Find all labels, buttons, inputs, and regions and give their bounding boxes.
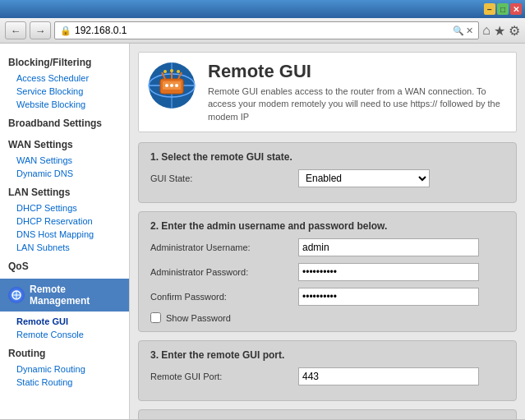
confirm-password-input[interactable] — [298, 288, 479, 306]
page-header: Remote GUI Remote GUI enables access to … — [138, 52, 517, 132]
sidebar-link-dhcp-reservation[interactable]: DHCP Reservation — [0, 215, 129, 228]
address-actions: 🔍 ✕ — [453, 25, 473, 36]
port-row: Remote GUI Port: — [150, 367, 504, 385]
sidebar-link-static-routing[interactable]: Static Routing — [0, 376, 129, 389]
security-icon: 🔒 — [60, 25, 71, 36]
gui-state-select[interactable]: Enabled Disabled — [298, 169, 430, 187]
sidebar-section-remote-mgmt-active[interactable]: RemoteManagement — [0, 279, 129, 312]
confirm-password-row: Confirm Password: — [150, 288, 504, 306]
gui-state-row: GUI State: Enabled Disabled — [150, 169, 504, 187]
sidebar-section-qos: QoS — [0, 254, 129, 275]
sidebar-section-broadband: Broadband Settings — [0, 111, 129, 132]
minimize-button[interactable]: − — [484, 3, 495, 15]
maximize-button[interactable]: □ — [497, 3, 509, 15]
username-row: Administrator Username: — [150, 238, 504, 256]
svg-point-13 — [170, 69, 173, 72]
sidebar-section-lan: LAN Settings — [0, 180, 129, 201]
password-input[interactable] — [298, 263, 479, 281]
favorites-icon[interactable]: ★ — [494, 23, 505, 39]
port-input[interactable] — [298, 367, 479, 385]
username-input[interactable] — [298, 238, 479, 256]
section4-title: 4. Click "Apply" to save your changes. — [150, 418, 504, 419]
sidebar: Blocking/Filtering Access Scheduler Serv… — [0, 44, 130, 419]
svg-point-16 — [170, 84, 173, 87]
section-credentials: 2. Enter the admin username and password… — [138, 211, 517, 332]
sidebar-link-service-blocking[interactable]: Service Blocking — [0, 85, 129, 98]
home-icon[interactable]: ⌂ — [482, 23, 490, 39]
toolbar-icons: ⌂ ★ ⚙ — [482, 23, 520, 39]
address-input[interactable] — [75, 25, 449, 36]
password-label: Administrator Password: — [150, 267, 298, 277]
username-label: Administrator Username: — [150, 242, 298, 252]
sidebar-link-remote-console[interactable]: Remote Console — [0, 328, 129, 341]
svg-point-17 — [175, 84, 178, 87]
section3-title: 3. Enter the remote GUI port. — [150, 349, 504, 361]
section-port: 3. Enter the remote GUI port. Remote GUI… — [138, 340, 517, 401]
svg-point-15 — [165, 84, 168, 87]
show-password-label[interactable]: Show Password — [166, 313, 231, 323]
sidebar-section-blocking: Blocking/Filtering — [0, 50, 129, 72]
header-text: Remote GUI Remote GUI enables access to … — [208, 61, 508, 123]
sidebar-link-access-scheduler[interactable]: Access Scheduler — [0, 72, 129, 85]
refresh-icon[interactable]: ✕ — [466, 25, 473, 36]
title-bar: − □ ✕ — [0, 0, 525, 18]
sidebar-link-lan-subnets[interactable]: LAN Subnets — [0, 241, 129, 254]
section-apply: 4. Click "Apply" to save your changes. A… — [138, 409, 517, 419]
address-bar[interactable]: 🔒 🔍 ✕ — [54, 21, 479, 39]
section2-title: 2. Enter the admin username and password… — [150, 220, 504, 232]
sidebar-link-dynamic-dns[interactable]: Dynamic DNS — [0, 167, 129, 180]
page-content: Blocking/Filtering Access Scheduler Serv… — [0, 44, 525, 419]
sidebar-section-wan: WAN Settings — [0, 132, 129, 154]
sidebar-link-dhcp-settings[interactable]: DHCP Settings — [0, 201, 129, 215]
remote-mgmt-label: RemoteManagement — [30, 284, 90, 307]
sidebar-link-wan-settings[interactable]: WAN Settings — [0, 154, 129, 167]
page-description: Remote GUI enables access to the router … — [208, 85, 508, 123]
main-panel: Remote GUI Remote GUI enables access to … — [130, 44, 525, 419]
confirm-password-label: Confirm Password: — [150, 292, 298, 302]
header-icon — [147, 61, 196, 110]
forward-button[interactable]: → — [30, 21, 51, 39]
svg-point-14 — [177, 70, 180, 73]
sidebar-section-routing: Routing — [0, 341, 129, 362]
show-password-row: Show Password — [150, 312, 504, 323]
show-password-checkbox[interactable] — [150, 312, 161, 323]
sidebar-link-website-blocking[interactable]: Website Blocking — [0, 98, 129, 111]
section-gui-state: 1. Select the remote GUI state. GUI Stat… — [138, 142, 517, 203]
sidebar-link-dynamic-routing[interactable]: Dynamic Routing — [0, 362, 129, 376]
tools-icon[interactable]: ⚙ — [509, 23, 520, 39]
close-button[interactable]: ✕ — [510, 3, 522, 15]
svg-point-12 — [163, 70, 167, 73]
remote-mgmt-icon — [8, 287, 25, 303]
gui-state-label: GUI State: — [150, 173, 298, 183]
page-title: Remote GUI — [208, 61, 508, 82]
port-label: Remote GUI Port: — [150, 372, 298, 381]
search-icon[interactable]: 🔍 — [453, 25, 464, 36]
browser-toolbar: ← → 🔒 🔍 ✕ ⌂ ★ ⚙ — [0, 18, 525, 44]
sidebar-link-dns-host-mapping[interactable]: DNS Host Mapping — [0, 228, 129, 241]
back-button[interactable]: ← — [5, 21, 26, 39]
section1-title: 1. Select the remote GUI state. — [150, 151, 504, 163]
password-row: Administrator Password: — [150, 263, 504, 281]
sidebar-link-remote-gui[interactable]: Remote GUI — [0, 315, 129, 328]
